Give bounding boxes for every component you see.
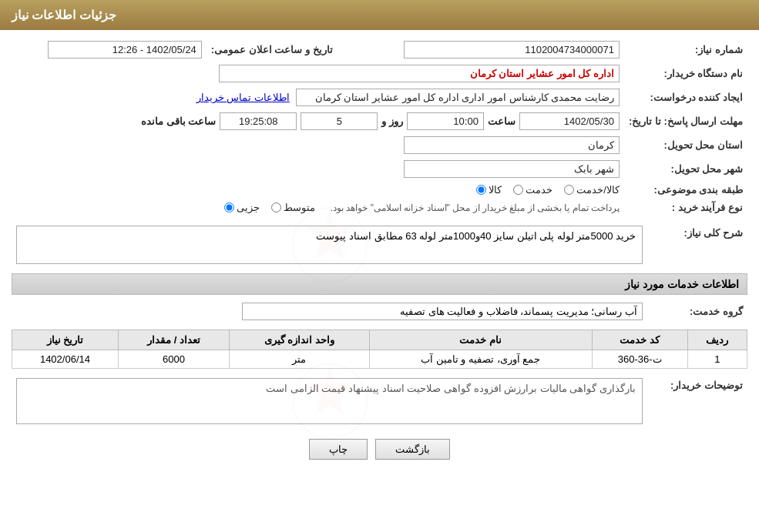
button-row: بازگشت چاپ — [12, 439, 747, 460]
purchase-type-row: پرداخت تمام یا بخشی از مبلغ خریدار از مح… — [12, 199, 624, 216]
cell-name: جمع آوری، تصفیه و تامین آب — [369, 350, 592, 369]
province-value: کرمان — [12, 133, 624, 157]
cell-unit: متر — [230, 350, 370, 369]
announce-date-value: 1402/05/24 - 12:26 — [12, 38, 207, 62]
info-table: شماره نیاز: 1102004734000071 تاریخ و ساع… — [12, 38, 747, 216]
purchase-type-note: پرداخت تمام یا بخشی از مبلغ خریدار از مح… — [331, 202, 620, 213]
print-button[interactable]: چاپ — [309, 439, 368, 460]
buyer-org-value: اداره کل امور عشایر استان کرمان — [12, 62, 624, 85]
buyer-notes-cell: بارگذاری گواهی مالیات برارزش افزوده گواه… — [12, 375, 647, 427]
col-header-row: ردیف — [687, 330, 747, 350]
purchase-type-label: نوع فرآیند خرید : — [624, 199, 747, 216]
need-description-cell: خرید 5000متر لوله پلی اتیلن سایز 40و1000… — [12, 223, 647, 267]
city-value: شهر بابک — [12, 157, 624, 181]
response-deadline-row: 1402/05/30 ساعت 10:00 روز و 5 19:25:08 — [12, 109, 624, 133]
deadline-day-label: روز و — [381, 115, 403, 127]
buyer-notes-box: بارگذاری گواهی مالیات برارزش افزوده گواه… — [16, 378, 643, 424]
announce-date-input: 1402/05/24 - 12:26 — [48, 41, 202, 59]
need-number-input: 1102004734000071 — [404, 41, 620, 59]
requester-contact-link[interactable]: اطلاعات تماس خریدار — [196, 92, 290, 103]
table-row: 1 ت-36-360 جمع آوری، تصفیه و تامین آب مت… — [12, 350, 747, 369]
deadline-time-input: 10:00 — [407, 112, 484, 130]
need-description-box: خرید 5000متر لوله پلی اتیلن سایز 40و1000… — [16, 226, 643, 264]
deadline-days-input: 5 — [301, 112, 378, 130]
col-header-qty: تعداد / مقدار — [118, 330, 229, 350]
category-label: طبقه بندی موضوعی: — [624, 181, 747, 199]
city-label: شهر محل تحویل: — [624, 157, 747, 181]
main-content: شماره نیاز: 1102004734000071 تاریخ و ساع… — [0, 30, 759, 479]
province-label: استان محل تحویل: — [624, 133, 747, 157]
province-input: کرمان — [404, 136, 620, 154]
deadline-time-label: ساعت — [488, 115, 516, 127]
deadline-remaining-input: 19:25:08 — [220, 112, 297, 130]
page-wrapper: جزئیات اطلاعات نیاز شماره نیاز: 11020047… — [0, 0, 759, 532]
buyer-org-label: نام دستگاه خریدار: — [624, 62, 747, 85]
response-deadline-label: مهلت ارسال پاسخ: تا تاریخ: — [624, 109, 747, 133]
need-description-table: شرح کلی نیاز: خرید 5000متر لوله پلی اتیل… — [12, 223, 747, 267]
cell-date: 1402/06/14 — [12, 350, 119, 369]
col-header-date: تاریخ نیاز — [12, 330, 119, 350]
purchase-type-medium[interactable]: متوسط — [271, 202, 315, 213]
deadline-date-input: 1402/05/30 — [519, 112, 620, 130]
category-options: کالا/خدمت خدمت کالا — [12, 181, 624, 199]
category-service[interactable]: خدمت — [513, 184, 552, 196]
buyer-notes-label: توضیحات خریدار: — [647, 375, 747, 427]
service-group-table: گروه خدمت: آب رسانی؛ مدیریت پسماند، فاضل… — [12, 299, 747, 323]
page-header: جزئیات اطلاعات نیاز — [0, 0, 759, 30]
service-group-input: آب رسانی؛ مدیریت پسماند، فاضلاب و فعالیت… — [242, 303, 643, 320]
col-header-name: نام خدمت — [369, 330, 592, 350]
category-kala[interactable]: کالا — [476, 184, 502, 196]
announce-date-label: تاریخ و ساعت اعلان عمومی: — [207, 38, 356, 62]
service-group-label: گروه خدمت: — [647, 299, 747, 323]
purchase-type-small[interactable]: جزیی — [224, 202, 260, 213]
requester-label: ایجاد کننده درخواست: — [624, 85, 747, 109]
col-header-code: کد خدمت — [592, 330, 687, 350]
service-group-value: آب رسانی؛ مدیریت پسماند، فاضلاب و فعالیت… — [12, 299, 647, 323]
cell-code: ت-36-360 — [592, 350, 687, 369]
service-table: ردیف کد خدمت نام خدمت واحد اندازه گیری ت… — [12, 330, 747, 369]
need-number-label: شماره نیاز: — [624, 38, 747, 62]
requester-value: رضایت محمدی کارشناس امور اداری اداره کل … — [12, 85, 624, 109]
need-description-label: شرح کلی نیاز: — [647, 223, 747, 267]
service-info-header: اطلاعات خدمات مورد نیاز — [12, 273, 747, 295]
buyer-org-input: اداره کل امور عشایر استان کرمان — [219, 65, 620, 82]
deadline-remaining-label: ساعت باقی مانده — [141, 115, 216, 127]
back-button[interactable]: بازگشت — [375, 439, 450, 460]
buyer-notes-table: توضیحات خریدار: بارگذاری گواهی مالیات بر… — [12, 375, 747, 427]
city-input: شهر بابک — [404, 160, 620, 178]
requester-input: رضایت محمدی کارشناس امور اداری اداره کل … — [296, 89, 620, 106]
page-title: جزئیات اطلاعات نیاز — [12, 8, 116, 22]
cell-qty: 6000 — [118, 350, 229, 369]
col-header-unit: واحد اندازه گیری — [230, 330, 370, 350]
category-kala-service[interactable]: کالا/خدمت — [564, 184, 620, 196]
need-number-value: 1102004734000071 — [356, 38, 624, 62]
cell-row: 1 — [687, 350, 747, 369]
